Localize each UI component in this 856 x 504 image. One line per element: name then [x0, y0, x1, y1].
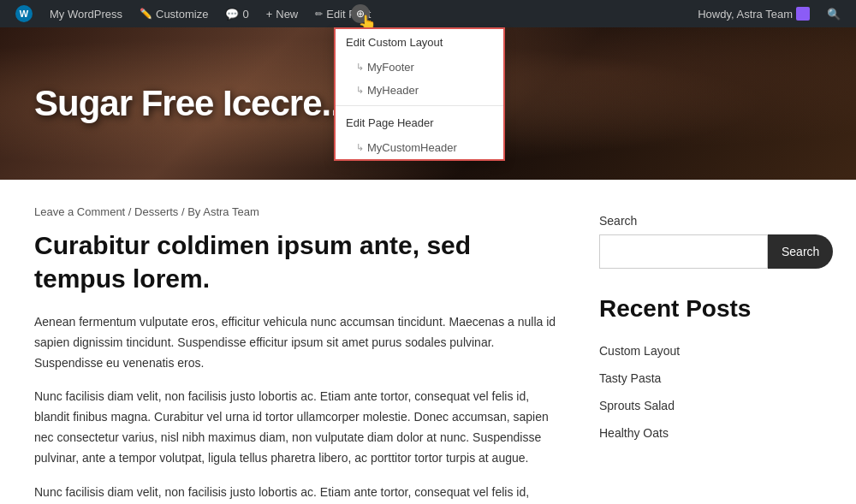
howdy-label: Howdy, Astra Team: [698, 8, 793, 21]
sub-arrow-icon-2: ↳: [356, 85, 364, 96]
admin-bar: W My WordPress ✏️ Customize 💬 0 + New ✏ …: [0, 0, 856, 27]
adminbar-search[interactable]: 🔍: [818, 0, 849, 27]
plus-icon: +: [266, 8, 273, 21]
my-header-label: MyHeader: [367, 84, 419, 97]
wp-logo-icon: W: [15, 5, 33, 22]
breadcrumb: Leave a Comment / Desserts / By Astra Te…: [34, 205, 565, 218]
recent-posts-widget: Recent Posts Custom LayoutTasty PastaSpr…: [599, 294, 813, 447]
recent-posts-title: Recent Posts: [599, 294, 813, 323]
customize-icon: ✏️: [140, 8, 152, 20]
main-content: Leave a Comment / Desserts / By Astra Te…: [34, 205, 599, 504]
my-header-item[interactable]: ↳ MyHeader: [336, 79, 503, 102]
user-avatar: [796, 7, 810, 21]
sub-arrow-icon: ↳: [356, 62, 364, 73]
my-footer-item[interactable]: ↳ MyFooter: [336, 56, 503, 79]
post-title: Curabitur coldimen ipsum ante, sed tempu…: [34, 228, 565, 295]
trigger-icon: ⊕: [351, 4, 370, 23]
search-icon: 🔍: [827, 8, 841, 21]
recent-post-item[interactable]: Healthy Oats: [599, 419, 813, 447]
custom-layout-dropdown-menu: Edit Custom Layout ↳ MyFooter ↳ MyHeader…: [334, 27, 505, 161]
adminbar-new[interactable]: + New: [258, 0, 307, 27]
recent-post-item[interactable]: Tasty Pasta: [599, 365, 813, 392]
my-custom-header-label: MyCustomHeader: [367, 141, 457, 154]
dropdown-divider: [336, 105, 503, 106]
post-paragraph-2: Nunc facilisis diam velit, non facilisis…: [34, 387, 565, 468]
new-label: New: [276, 8, 298, 21]
edit-page-header-header[interactable]: Edit Page Header: [336, 110, 503, 136]
comments-icon: 💬: [225, 8, 239, 21]
search-widget: Search Search: [599, 214, 813, 269]
customize-label: Customize: [156, 8, 208, 21]
my-custom-header-item[interactable]: ↳ MyCustomHeader: [336, 136, 503, 159]
search-input[interactable]: [599, 234, 768, 269]
edit-custom-layout-header[interactable]: Edit Custom Layout: [336, 29, 503, 56]
adminbar-howdy[interactable]: Howdy, Astra Team: [689, 0, 818, 27]
sidebar: Search Search Recent Posts Custom Layout…: [599, 205, 813, 504]
edit-icon: ✏: [315, 9, 323, 20]
search-button[interactable]: Search: [768, 234, 833, 269]
search-row: Search: [599, 234, 813, 269]
search-widget-label: Search: [599, 214, 813, 228]
post-paragraph-1: Aenean fermentum vulputate eros, efficit…: [34, 312, 565, 373]
adminbar-customize[interactable]: ✏️ Customize: [131, 0, 217, 27]
sub-arrow-icon-3: ↳: [356, 142, 364, 153]
content-area: Leave a Comment / Desserts / By Astra Te…: [0, 180, 856, 504]
adminbar-comments[interactable]: 💬 0: [217, 0, 257, 27]
post-paragraph-3: Nunc facilisis diam velit, non facilisis…: [34, 483, 565, 504]
recent-post-item[interactable]: Sprouts Salad: [599, 392, 813, 419]
adminbar-site-label: My WordPress: [50, 8, 122, 21]
my-footer-label: MyFooter: [367, 61, 414, 74]
recent-post-item[interactable]: Custom Layout: [599, 337, 813, 365]
custom-layout-dropdown-container: ⊕ 👆 Edit Custom Layout ↳ MyFooter ↳ MyHe…: [342, 0, 378, 27]
adminbar-site-name[interactable]: My WordPress: [41, 0, 131, 27]
custom-layout-trigger[interactable]: ⊕ 👆: [342, 0, 378, 27]
recent-posts-list: Custom LayoutTasty PastaSprouts SaladHea…: [599, 337, 813, 447]
comments-count: 0: [242, 8, 248, 21]
adminbar-wp-logo[interactable]: W: [7, 0, 41, 27]
hero-title: Sugar Free Icecre...: [34, 83, 349, 124]
post-body: Aenean fermentum vulputate eros, efficit…: [34, 312, 565, 504]
